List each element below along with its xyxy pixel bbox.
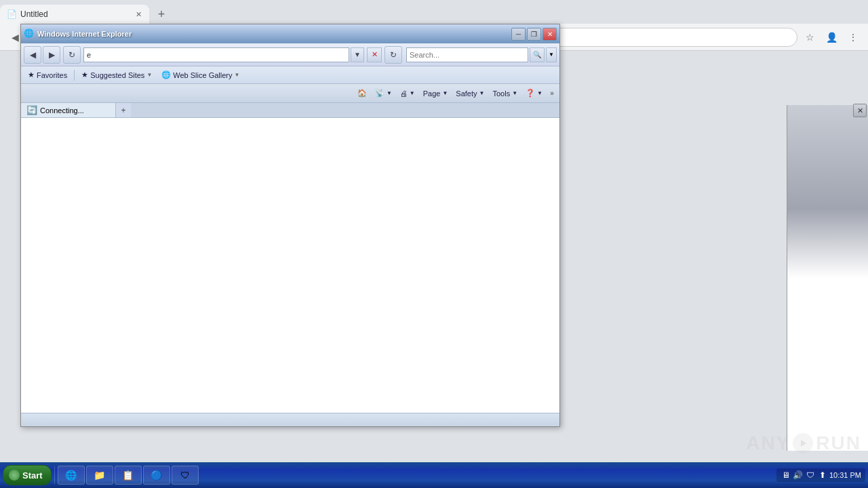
ie-search-input[interactable] [406, 47, 528, 62]
ie-favbar-separator-1 [74, 70, 75, 81]
chrome-tab-favicon: 📄 [7, 9, 16, 19]
taskbar-ie-icon: 🌐 [64, 468, 78, 482]
ie-suggested-label: Suggested Sites [90, 71, 144, 79]
ie-tools-button[interactable]: Tools ▼ [489, 88, 521, 99]
ie-stop-button[interactable]: ✕ [367, 47, 382, 62]
ie-print-arrow: ▼ [410, 90, 415, 96]
ie-back-button[interactable]: ◀ [24, 46, 41, 64]
ie-titlebar-title: Windows Internet Explorer [37, 30, 509, 38]
ie-suggested-icon: ★ [81, 70, 88, 79]
taskbar-explorer-icon: 📁 [93, 468, 106, 482]
taskbar-divider-1 [54, 466, 55, 484]
ie-web-slice-arrow: ▼ [235, 72, 240, 78]
chrome-tab-close-button[interactable]: ✕ [133, 9, 144, 20]
chrome-bookmark-button[interactable]: ☆ [800, 28, 819, 47]
ie-safety-label: Safety [456, 89, 477, 98]
ie-address-input[interactable] [83, 47, 349, 62]
ie-favorites-icon: ★ [28, 70, 35, 79]
ie-search-container: 🔍 ▼ [406, 47, 557, 62]
ie-suggested-arrow: ▼ [146, 72, 152, 78]
tray-update-icon[interactable]: ⬆ [817, 470, 828, 481]
ie-reload-button[interactable]: ↻ [63, 46, 81, 64]
ie-page-arrow: ▼ [442, 90, 448, 96]
taskbar-shield-button[interactable]: 🛡 [172, 466, 199, 485]
ie-help-icon: ❓ [526, 89, 535, 98]
taskbar-chrome-button[interactable]: 🔵 [143, 466, 170, 485]
ie-home-button[interactable]: 🏠 [354, 87, 370, 99]
ie-forward-button[interactable]: ▶ [43, 46, 60, 64]
taskbar-ie-button[interactable]: 🌐 [58, 466, 85, 485]
start-button[interactable]: Start [3, 465, 52, 485]
sidebar-panel: ✕ [787, 105, 868, 451]
taskbar: Start 🌐 📁 📋 🔵 🛡 🖥 🔊 🛡 ⬆ 10:31 PM [0, 462, 868, 488]
ie-close-button[interactable]: ✕ [542, 28, 557, 41]
taskbar-chrome-icon: 🔵 [150, 468, 163, 482]
ie-favicon: 🌐 [24, 28, 35, 39]
ie-help-arrow: ▼ [537, 90, 542, 96]
ie-page-label: Page [423, 89, 441, 98]
anyrun-play-icon [793, 433, 813, 453]
ie-feeds-button[interactable]: 📡 ▼ [372, 87, 395, 99]
ie-tools-label: Tools [492, 89, 510, 98]
taskbar-explorer-button[interactable]: 📁 [86, 466, 113, 485]
ie-restore-button[interactable]: ❐ [527, 28, 541, 41]
ie-new-tab-icon: + [121, 106, 125, 115]
svg-marker-0 [801, 440, 806, 447]
ie-statusbar [21, 413, 559, 426]
ie-tab-connecting[interactable]: 🔄 Connecting... [21, 103, 116, 117]
tray-network-icon[interactable]: 🖥 [781, 470, 791, 481]
ie-new-tab-button[interactable]: + [116, 103, 131, 117]
ie-titlebar-controls: ─ ❐ ✕ [511, 28, 557, 41]
ie-feeds-icon: 📡 [375, 89, 384, 98]
chrome-account-button[interactable]: 👤 [822, 28, 841, 47]
chrome-menu-button[interactable]: ⋮ [844, 28, 863, 47]
ie-web-slice-icon: 🌐 [161, 70, 171, 79]
ie-refresh-button[interactable]: ↻ [384, 46, 402, 64]
taskbar-clipboard-button[interactable]: 📋 [115, 466, 142, 485]
anyrun-text-left: ANY [746, 432, 790, 454]
ie-minimize-button[interactable]: ─ [511, 28, 526, 41]
ie-web-slice-label: Web Slice Gallery [173, 71, 232, 79]
ie-titlebar: 🌐 Windows Internet Explorer ─ ❐ ✕ [21, 24, 559, 43]
ie-print-button[interactable]: 🖨 ▼ [397, 88, 418, 99]
ie-favorites-label: Favorites [37, 71, 67, 79]
chrome-action-icons: ☆ 👤 ⋮ [800, 28, 863, 47]
ie-safety-arrow: ▼ [479, 90, 485, 96]
start-label: Start [22, 470, 43, 481]
ie-content-area [21, 118, 559, 413]
ie-home-icon: 🏠 [357, 89, 367, 98]
tray-volume-icon[interactable]: 🔊 [793, 470, 804, 481]
ie-search-button[interactable]: 🔍 [530, 47, 545, 62]
ie-cmdbar: 🏠 📡 ▼ 🖨 ▼ Page ▼ Safety ▼ Tools ▼ ❓ ▼ » [21, 84, 559, 103]
ie-favorites-button[interactable]: ★ Favorites [25, 69, 70, 81]
taskbar-shield-icon: 🛡 [178, 468, 192, 482]
taskbar-clipboard-icon: 📋 [121, 468, 135, 482]
ie-go-button[interactable]: ▼ [351, 47, 364, 62]
ie-window: 🌐 Windows Internet Explorer ─ ❐ ✕ ◀ ▶ ↻ … [20, 24, 560, 427]
chrome-tab-untitled[interactable]: 📄 Untitled ✕ [0, 5, 149, 24]
start-orb-icon [9, 470, 20, 481]
ie-page-button[interactable]: Page ▼ [420, 88, 452, 99]
ie-feeds-arrow: ▼ [387, 90, 392, 96]
ie-help-button[interactable]: ❓ ▼ [522, 87, 546, 99]
chrome-tab-bar: 📄 Untitled ✕ + [0, 0, 868, 24]
ie-tools-arrow: ▼ [512, 90, 517, 96]
ie-address-container: ▼ [83, 47, 364, 62]
ie-suggested-sites-button[interactable]: ★ Suggested Sites ▼ [79, 69, 155, 81]
ie-tabbar: 🔄 Connecting... + [21, 103, 559, 118]
ie-favbar: ★ Favorites ★ Suggested Sites ▼ 🌐 Web Sl… [21, 66, 559, 84]
ie-web-slice-button[interactable]: 🌐 Web Slice Gallery ▼ [159, 69, 242, 81]
ie-print-icon: 🖨 [400, 89, 408, 98]
ie-search-arrow-button[interactable]: ▼ [546, 47, 557, 62]
ie-cmdbar-expand-button[interactable]: » [547, 87, 557, 100]
ie-tab-label: Connecting... [40, 106, 84, 115]
ie-tab-spinner: 🔄 [26, 105, 37, 116]
chrome-new-tab-button[interactable]: + [152, 5, 171, 24]
ie-navbar: ◀ ▶ ↻ ▼ ✕ ↻ 🔍 ▼ [21, 43, 559, 66]
chrome-tab-title: Untitled [20, 9, 129, 19]
taskbar-tray: 🖥 🔊 🛡 ⬆ 10:31 PM [776, 468, 865, 482]
ie-safety-button[interactable]: Safety ▼ [452, 88, 488, 99]
anyrun-watermark: ANY RUN [746, 432, 861, 454]
sidebar-close-button[interactable]: ✕ [853, 104, 867, 117]
tray-security-icon[interactable]: 🛡 [805, 470, 816, 481]
